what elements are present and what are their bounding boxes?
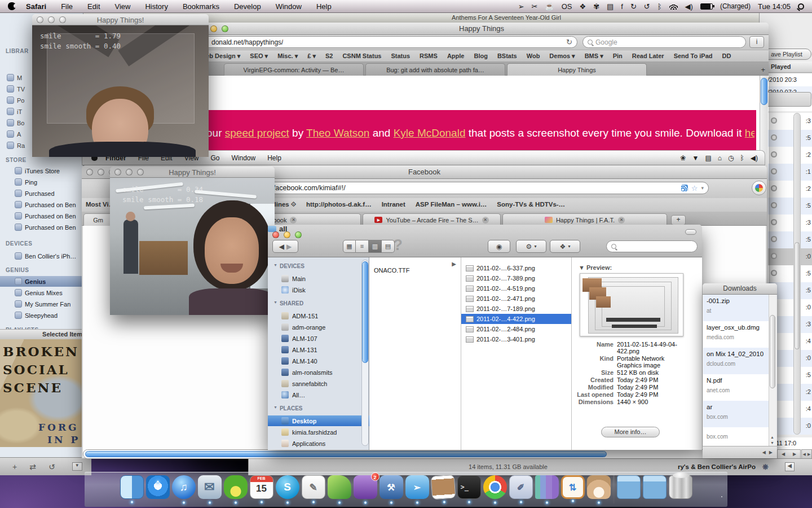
- bookmark-item[interactable]: S2: [325, 52, 333, 59]
- downloads-scrollbar[interactable]: ▲ ▼: [769, 295, 776, 446]
- bookmark-item[interactable]: CSNM Status: [342, 52, 381, 59]
- action-menu-button[interactable]: ⚙▾: [516, 240, 546, 253]
- menu-bookmarks[interactable]: Bookmarks: [183, 2, 219, 11]
- dock-icon-finder[interactable]: [120, 475, 144, 499]
- bookmark-item[interactable]: Demos ▾: [549, 52, 575, 60]
- itunes-track-row[interactable]: :5: [766, 130, 812, 147]
- happy2-titlebar[interactable]: Happy Things!: [110, 167, 275, 178]
- dock-icon-textedit[interactable]: ✎: [302, 475, 325, 499]
- menu-extra-icon-volume[interactable]: ◀): [751, 154, 758, 162]
- itunes-track-row[interactable]: :3: [766, 214, 812, 231]
- dock-icon-transfer[interactable]: ⇅: [561, 475, 585, 499]
- download-item-layer_osx_ub.dmg[interactable]: layer_osx_ub.dmgmedia.com: [703, 321, 769, 348]
- file-item[interactable]: 2011-02-…7-389.png: [461, 273, 571, 283]
- bookmark-item[interactable]: Pin: [613, 52, 623, 59]
- dock-icon-trash[interactable]: [669, 475, 692, 499]
- scroll-down-icon[interactable]: ▼: [770, 441, 774, 445]
- download-item-on Mix 14_02_2010[interactable]: on Mix 14_02_2010dcloud.com: [703, 348, 769, 374]
- finder-titlebar[interactable]: all ◀▶ ▦≡▥▤ ? ◉ ⚙▾ ❖▾: [268, 225, 702, 257]
- dropbox-menu-button[interactable]: ❖▾: [550, 240, 580, 253]
- reload-icon[interactable]: ↻: [566, 38, 572, 46]
- preview-thumbnail[interactable]: [580, 273, 683, 336]
- address-bar[interactable]: donald.net/happythings/ ↻: [198, 36, 577, 48]
- download-item-ar[interactable]: arbox.com: [703, 401, 769, 427]
- bookmark-item[interactable]: Status: [391, 52, 410, 59]
- sidebar-devices-header[interactable]: ▼DEVICES: [273, 263, 304, 269]
- bookmark-item[interactable]: DD: [722, 52, 731, 59]
- bookmark-item[interactable]: RSMS: [420, 52, 438, 59]
- menu-extra-icon-time-machine[interactable]: ↺: [644, 2, 650, 11]
- menu-extra-icon-clock[interactable]: ◷: [728, 154, 734, 162]
- scroll-up-icon[interactable]: ▲: [770, 435, 774, 439]
- itunes-store-item[interactable]: Purchased on Ben: [0, 211, 83, 221]
- file-item[interactable]: ONACO.TTF: [369, 265, 461, 275]
- genius-icon[interactable]: ❋: [762, 463, 769, 471]
- apple-icon[interactable]: [8, 2, 16, 10]
- sidebar-item[interactable]: sannefabitch: [268, 378, 369, 389]
- downloads-footer[interactable]: ◀▶: [703, 446, 777, 458]
- itunes-scrollbar[interactable]: [793, 113, 801, 435]
- scrollbar-arrows-2[interactable]: ◀▶: [801, 449, 812, 459]
- volume-icon[interactable]: ◀): [685, 2, 693, 11]
- sidebar-item[interactable]: Desktop: [268, 415, 369, 426]
- preview-header[interactable]: ▼ Preview:: [579, 264, 612, 271]
- sidebar-item[interactable]: ALM-131: [268, 344, 369, 355]
- itunes-store-item[interactable]: Purchased on Ben: [0, 222, 83, 233]
- menu-extra-icon-facebook[interactable]: f: [621, 2, 623, 11]
- itunes-track-row[interactable]: :5: [766, 231, 812, 248]
- menu-extra-icon-screen-share[interactable]: ▤: [607, 2, 614, 11]
- tab-youtube[interactable]: ▶ YouTube – Arcade Fire – The S…✕: [363, 213, 501, 226]
- menu-extra-icon-coffee[interactable]: ☕: [545, 2, 554, 11]
- itunes-scrollbar-thumb[interactable]: [795, 242, 800, 349]
- file-item[interactable]: 2011-02-…6-337.png: [461, 263, 571, 273]
- bookmark-item[interactable]: Wob: [527, 52, 540, 59]
- search-field[interactable]: Google: [582, 36, 746, 48]
- bookmark-item[interactable]: £ ▾: [307, 52, 316, 60]
- dock-icon-xcode[interactable]: ⚒: [379, 475, 403, 499]
- itunes-genius-item[interactable]: Genius Mixes: [0, 287, 83, 298]
- dock-icon-ical[interactable]: FEB15: [250, 475, 273, 499]
- finder-search-field[interactable]: [606, 240, 698, 252]
- sidebar-item[interactable]: adm-orange: [268, 322, 369, 332]
- file-item[interactable]: 2011-02-…7-189.png: [461, 304, 571, 314]
- menu-extra-icon-paw[interactable]: ✾: [593, 2, 599, 11]
- dock-icon-separator[interactable]: [613, 475, 615, 503]
- dock-icon-twitter[interactable]: ➢: [405, 475, 429, 499]
- close-tab-icon[interactable]: ✕: [290, 217, 297, 224]
- bookmark-item[interactable]: Intranet: [382, 201, 405, 208]
- save-playlist-button[interactable]: ave Playlist: [762, 49, 811, 60]
- bookmark-item[interactable]: http://photos-d.ak.f…: [306, 201, 372, 208]
- sidebar-scrollbar-thumb[interactable]: [362, 261, 368, 363]
- horizontal-scrollbar[interactable]: [83, 449, 775, 459]
- download-item[interactable]: box.com: [703, 427, 769, 446]
- airplay-speakers-label[interactable]: ry's & Ben Collier's AirPo: [678, 463, 756, 470]
- back-forward-buttons[interactable]: ◀▶: [272, 240, 298, 253]
- dock-icon-folder-downloads[interactable]: [617, 475, 641, 499]
- menu-window[interactable]: Window: [232, 154, 256, 162]
- safari-titlebar[interactable]: Happy Things: [195, 23, 769, 35]
- dock-icon-coda[interactable]: [328, 475, 351, 499]
- dock-icon-notebooks[interactable]: [535, 475, 559, 499]
- itunes-track-row[interactable]: :2: [766, 181, 812, 198]
- menu-develop[interactable]: Develop: [234, 2, 261, 11]
- itunes-track-row[interactable]: :5: [766, 265, 812, 282]
- sidebar-item[interactable]: iDisk: [268, 284, 369, 295]
- rss-icon[interactable]: [681, 185, 688, 191]
- itunes-track-row[interactable]: :0: [766, 248, 812, 265]
- bookmark-item[interactable]: BMS ▾: [585, 52, 603, 60]
- itunes-track-row[interactable]: :1: [766, 164, 812, 181]
- sidebar-scrollbar[interactable]: [361, 260, 369, 446]
- file-item[interactable]: 2011-02-…4-422.png: [461, 314, 571, 324]
- menu-extra-icon-keyboard[interactable]: ▤: [705, 154, 711, 162]
- menu-extra-icon-dropbox[interactable]: ❖: [579, 2, 586, 11]
- new-tab-button[interactable]: +: [761, 65, 765, 74]
- sidebar-item[interactable]: ADM-151: [268, 310, 369, 321]
- repeat-button[interactable]: ↺: [48, 462, 55, 471]
- sidebar-item[interactable]: Applications: [268, 438, 369, 449]
- tab-gmail-partial[interactable]: Gm: [83, 213, 113, 226]
- album-art[interactable]: BROKEN SOCIAL SCENE FORG IN P: [0, 339, 83, 447]
- sidebar-item[interactable]: ALM-107: [268, 333, 369, 344]
- dock-icon-itunes[interactable]: ♫: [172, 475, 196, 499]
- download-item--001.zip[interactable]: -001.zipat: [703, 295, 769, 321]
- sidebar-item[interactable]: All…: [268, 389, 369, 400]
